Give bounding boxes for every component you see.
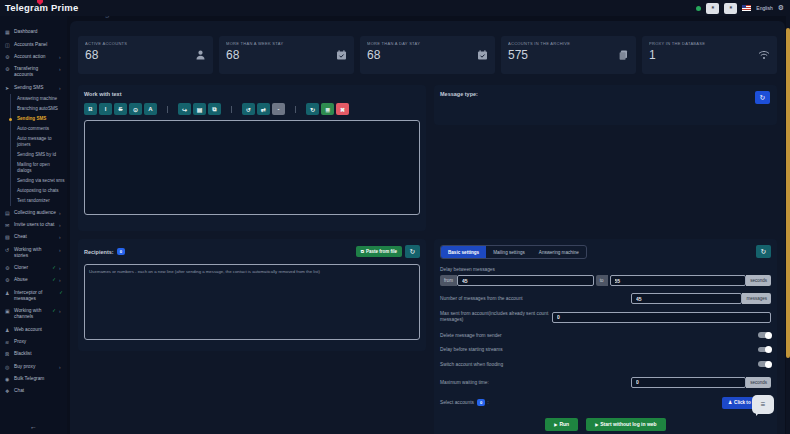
sidebar-item-label: Accounts Panel [14,42,63,48]
stat-label: MORE THAN A WEEK STAY [226,41,347,46]
file-button[interactable]: ▤ [193,103,206,115]
sidebar-item-invite-users-to-chat[interactable]: ✉Invite users to chat› [0,219,67,231]
sidebar-item-bulk-telegram[interactable]: ◉Bulk Telegram [0,373,67,385]
sidebar-item-label: Abuse [14,277,49,283]
sidebar-subitem-branching-autosms[interactable]: Branching autoSMS [11,104,67,114]
switch-account-toggle[interactable] [758,361,771,367]
sidebar-item-transfering-accounts[interactable]: ⚙Transfering accounts› [0,63,67,81]
sidebar-subitem-text-randomizer[interactable]: Text randomizer [11,196,67,206]
sidebar-subitem-label: Autoposting to chats [17,188,65,194]
refresh-icon: ↻ [760,94,766,102]
max-waiting-time-input[interactable] [631,377,746,388]
delay-from-input[interactable] [457,275,594,286]
sidebar-item-chat[interactable]: ❖Chat [0,385,67,397]
delete-message-toggle[interactable] [758,332,771,338]
files-icon [618,50,629,61]
sidebar-subitem-autoposting-to-chats[interactable]: Autoposting to chats [11,186,67,196]
sidebar-item-label: Proxy [14,339,63,345]
scrollbar-thumb[interactable] [786,28,790,358]
max-waiting-time-label: Maximum waiting time: [440,380,489,385]
sidebar-item-label: Blacklist [14,351,63,357]
sidebar-subitem-sending-via-secret-sms[interactable]: Sending via secret sms [11,176,67,186]
sidebar-subitem-sending-sms[interactable]: Sending SMS [11,114,67,124]
recipients-title: Recipients: [84,249,114,255]
shuffle-button[interactable]: ⇄ [257,103,270,115]
stat-value: 68 [367,48,488,62]
sidebar-item-web-account[interactable]: ♟Web account [0,323,67,335]
sidebar-item-cheat[interactable]: ▧Cheat› [0,231,67,243]
copy-button[interactable]: ⧉ [208,103,221,115]
sidebar-subitem-label: Answering machine [17,96,65,102]
delay-to-input[interactable] [610,275,747,286]
sidebar-item-working-with-stories[interactable]: ↺Working with stories› [0,244,67,262]
max-sent-input[interactable] [552,312,771,323]
recipients-refresh-button[interactable]: ↻ [405,245,420,258]
paste-from-file-button[interactable]: ⧉ Paste from file [356,246,402,257]
thumbs-up-icon: ✓ [52,277,56,282]
target-icon: ◎ [5,364,11,370]
spoiler-eye-button[interactable]: ⊙ [129,103,142,115]
sidebar-item-sending-sms[interactable]: ➤Sending SMS› [0,81,67,93]
sidebar-item-working-with-channels[interactable]: ▣Working with channels✓› [0,305,67,323]
number-of-messages-label: Number of messages from the account [440,296,523,301]
chat-icon: ❖ [5,388,11,394]
italic-button[interactable]: I [99,103,112,115]
sidebar-item-blacklist[interactable]: ⊠Blacklist [0,348,67,360]
tab-answering-machine[interactable]: Answering machine [532,246,586,258]
chat-fab-button[interactable]: ≡ [752,395,774,414]
share-button[interactable]: ↪ [178,103,191,115]
stat-label: MORE THAN A DAY STAY [367,41,488,46]
strikethrough-button[interactable]: S [114,103,127,115]
sidebar-item-interceptor-of-messages[interactable]: ♟Interceptor of messages✓ [0,287,67,305]
delay-before-streams-toggle[interactable] [758,347,771,353]
sidebar-subitem-mailing-for-open-dialogs[interactable]: Mailing for open dialogs [11,160,67,176]
dropdown-button[interactable]: - [272,103,285,115]
bold-button[interactable]: B [84,103,97,115]
refresh-icon: ↻ [410,248,416,256]
sidebar-item-cloner[interactable]: ⚙Cloner✓› [0,262,67,274]
sidebar-subitem-label: Auto message to joiners [17,136,65,147]
sidebar-collapse-button[interactable]: ← [0,423,67,430]
mail-icon: ✉ [5,222,11,228]
sidebar-item-buy-proxy[interactable]: ◎Buy proxy› [0,360,67,372]
sidebar-item-account-action[interactable]: ⚙Account action› [0,51,67,63]
sidebar-item-collecting-audience[interactable]: ▤Collecting audience› [0,206,67,218]
send-icon: ➤ [5,85,11,91]
recipients-input[interactable] [84,264,420,340]
plane-icon: ◉ [5,376,11,382]
sidebar-item-accounts-panel[interactable]: ◫Accounts Panel [0,38,67,50]
run-button[interactable]: ▶ Run [545,418,578,431]
refresh-text-button[interactable]: ↻ [306,103,319,115]
tab-basic-settings[interactable]: Basic settings [441,246,486,258]
sidebar-subitem-answering-machine[interactable]: Answering machine [11,94,67,104]
trash-button[interactable]: ✖ [336,103,349,115]
message-text-input[interactable] [84,120,420,215]
sidebar-subitem-auto-comments[interactable]: Auto-comments [11,124,67,134]
chevron-right-icon: › [59,66,63,72]
sidebar-item-label: Sending SMS [14,85,56,91]
chevron-right-icon: › [59,210,63,216]
sidebar-item-dashboard[interactable]: ▦Dashboard [0,26,67,38]
list-button[interactable]: ≣ [321,103,334,115]
settings-refresh-button[interactable]: ↻ [756,245,771,258]
header-toggle-button-2[interactable]: * [724,3,737,14]
number-of-messages-input[interactable] [631,293,742,304]
start-without-login-button[interactable]: ▶ Start without log in web [586,418,665,431]
colon-text: : [487,400,488,405]
sidebar-item-abuse[interactable]: ⚙Abuse✓› [0,274,67,286]
sidebar-subitem-sending-sms-by-id[interactable]: Sending SMS by id [11,150,67,160]
switch-account-label: Switch account when flooding [440,362,503,367]
sidebar-item-proxy[interactable]: ≋Proxy [0,336,67,348]
language-selector[interactable]: English [756,5,772,11]
settings-gear-icon[interactable]: ⚙ [778,4,784,12]
sidebar-item-label: Bulk Telegram [14,376,63,382]
undo-button[interactable]: ↺ [242,103,255,115]
sidebar-subitem-auto-message-to-joiners[interactable]: Auto message to joiners [11,134,67,150]
toolbar-divider [295,106,296,113]
font-button[interactable]: A [144,103,157,115]
header-toggle-button-1[interactable]: * [706,3,719,14]
tab-mailing-settings[interactable]: Mailing settings [486,246,532,258]
message-type-refresh-button[interactable]: ↻ [755,91,770,104]
message-type-title: Message type: [440,91,771,97]
app-logo: Telegram Prime [5,2,78,13]
